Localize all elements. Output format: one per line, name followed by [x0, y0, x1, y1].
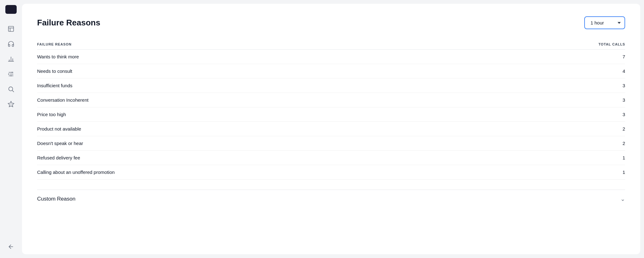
- app-logo: [5, 5, 17, 14]
- custom-reason-label: Custom Reason: [37, 196, 75, 202]
- svg-line-12: [12, 90, 14, 92]
- svg-point-14: [10, 104, 12, 105]
- svg-point-11: [9, 87, 13, 91]
- failure-reason-cell: Insufficient funds: [37, 78, 475, 93]
- table-header-row: FAILURE REASON TOTAL CALLS: [37, 39, 625, 50]
- page-header: Failure Reasons 1 hour 6 hours 12 hours …: [37, 16, 625, 29]
- total-calls-cell: 3: [475, 107, 625, 122]
- chevron-down-icon: ⌄: [620, 196, 625, 202]
- sidebar: [0, 0, 22, 258]
- total-calls-cell: 4: [475, 64, 625, 78]
- svg-point-10: [10, 75, 12, 77]
- star-icon[interactable]: [5, 98, 17, 110]
- failure-table: FAILURE REASON TOTAL CALLS Wants to thin…: [37, 39, 625, 180]
- table-row: Insufficient funds3: [37, 78, 625, 93]
- svg-point-9: [12, 72, 13, 73]
- total-calls-cell: 1: [475, 151, 625, 165]
- total-calls-cell: 1: [475, 165, 625, 180]
- failure-reason-cell: Conversation Incoherent: [37, 93, 475, 107]
- svg-rect-0: [8, 26, 14, 32]
- custom-reason-section[interactable]: Custom Reason ⌄: [37, 190, 625, 202]
- main-content: Failure Reasons 1 hour 6 hours 12 hours …: [22, 4, 640, 254]
- svg-point-8: [8, 73, 9, 75]
- table-row: Product not available2: [37, 122, 625, 136]
- total-calls-cell: 3: [475, 93, 625, 107]
- failure-reason-cell: Refused delivery fee: [37, 151, 475, 165]
- search-icon[interactable]: [5, 83, 17, 95]
- bar-chart-icon[interactable]: [5, 53, 17, 65]
- total-calls-cell: 2: [475, 122, 625, 136]
- time-filter-select[interactable]: 1 hour 6 hours 12 hours 24 hours 7 days …: [584, 16, 625, 29]
- table-row: Price too high3: [37, 107, 625, 122]
- total-calls-cell: 2: [475, 136, 625, 151]
- total-calls-cell: 3: [475, 78, 625, 93]
- table-row: Conversation Incoherent3: [37, 93, 625, 107]
- inbox-icon[interactable]: [5, 23, 17, 35]
- failure-reason-cell: Wants to think more: [37, 50, 475, 64]
- table-row: Wants to think more7: [37, 50, 625, 64]
- back-icon[interactable]: [5, 240, 17, 253]
- table-row: Needs to consult4: [37, 64, 625, 78]
- failure-reason-cell: Needs to consult: [37, 64, 475, 78]
- col-header-calls: TOTAL CALLS: [475, 39, 625, 50]
- page-title: Failure Reasons: [37, 18, 100, 28]
- failure-reason-cell: Product not available: [37, 122, 475, 136]
- table-row: Calling about an unoffered promotion1: [37, 165, 625, 180]
- failure-reason-cell: Calling about an unoffered promotion: [37, 165, 475, 180]
- table-row: Doesn't speak or hear2: [37, 136, 625, 151]
- col-header-reason: FAILURE REASON: [37, 39, 475, 50]
- equalizer-icon[interactable]: [5, 68, 17, 80]
- failure-reason-cell: Doesn't speak or hear: [37, 136, 475, 151]
- failure-reason-cell: Price too high: [37, 107, 475, 122]
- table-row: Refused delivery fee1: [37, 151, 625, 165]
- total-calls-cell: 7: [475, 50, 625, 64]
- headset-icon[interactable]: [5, 38, 17, 50]
- time-filter-wrapper: 1 hour 6 hours 12 hours 24 hours 7 days …: [584, 16, 625, 29]
